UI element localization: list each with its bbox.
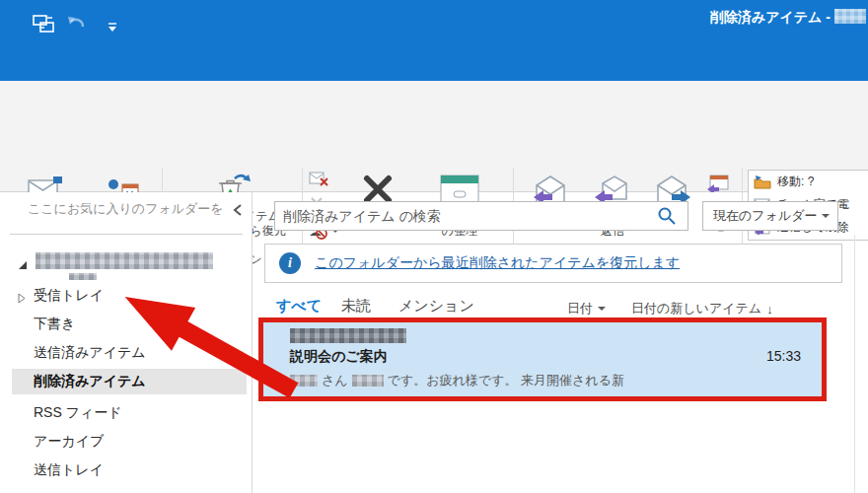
sort-field-label: 日付: [567, 300, 593, 317]
title-bar: 削除済みアイテム -: [0, 0, 868, 47]
search-scope-value: 現在のフォルダー: [713, 207, 818, 225]
email-preview[interactable]: さん です。お疲れ様です。 来月開催される新: [290, 372, 624, 389]
redacted-account-sub: [69, 273, 97, 280]
dropdown-caret-icon: [598, 307, 606, 311]
sidebar-item-inbox[interactable]: 受信トレイ: [34, 287, 104, 305]
collapsed-triangle-icon[interactable]: [18, 290, 26, 308]
ribbon: 新しい 電子メール 新しい アイテム 新規作成: [0, 81, 868, 192]
list-pane-divider: [854, 235, 855, 493]
redacted-account-row[interactable]: [36, 252, 213, 269]
email-preview-text-1: さん: [322, 372, 348, 389]
sidebar-item-archive[interactable]: アーカイブ: [34, 433, 104, 451]
move-folder-icon: [754, 175, 771, 189]
redacted-preview-name: [290, 375, 318, 387]
search-icon[interactable]: [657, 206, 677, 230]
meeting-reply-button[interactable]: [706, 174, 738, 192]
expanded-triangle-icon[interactable]: [18, 256, 28, 274]
redacted-account-name: [834, 9, 866, 24]
sort-order-toggle[interactable]: 日付の新しいアイテム ↓: [631, 300, 773, 317]
meeting-icon: [706, 174, 729, 192]
info-icon: i: [279, 252, 301, 274]
customize-quick-access-icon[interactable]: [107, 19, 118, 36]
ribbon-tab-row: ファイル ホーム タッチ 送受信 フォルダー 表示 実行したい作業を入力してくだ…: [0, 47, 868, 81]
email-subject[interactable]: 説明会のご案内: [290, 348, 388, 366]
sort-field-dropdown[interactable]: 日付: [567, 300, 606, 317]
redacted-preview-name-2: [352, 375, 384, 387]
sort-order-label: 日付の新しいアイテム: [631, 300, 761, 317]
sidebar-divider: [10, 234, 243, 235]
dropdown-caret-icon: [822, 214, 830, 218]
filter-tab-all[interactable]: すべて: [276, 297, 322, 316]
sort-descending-arrow-icon: ↓: [766, 302, 773, 317]
filter-tab-mentions[interactable]: メンション: [398, 297, 474, 316]
ignore-icon: [309, 171, 329, 187]
outlook-window: 削除済みアイテム - ファイル ホーム タッチ 送受信 フォルダー 表示 実行し…: [0, 0, 868, 493]
undo-icon[interactable]: [65, 14, 87, 35]
email-preview-text-2: です。お疲れ様です。 来月開催される新: [388, 372, 624, 389]
search-scope-dropdown[interactable]: 現在のフォルダー: [702, 201, 838, 231]
sidebar-item-outbox[interactable]: 送信トレイ: [34, 461, 104, 479]
sidebar-item-sent[interactable]: 送信済みアイテム: [34, 344, 146, 362]
sidebar-item-rss[interactable]: RSS フィード: [34, 404, 122, 422]
window-title: 削除済みアイテム -: [690, 9, 831, 27]
filter-tab-unread[interactable]: 未読: [341, 297, 371, 316]
info-bar: i このフォルダーから最近削除されたアイテムを復元します: [264, 244, 842, 283]
email-time: 15:33: [740, 348, 801, 364]
ignore-button[interactable]: [309, 170, 339, 188]
redacted-sender-name: [290, 328, 406, 343]
sidebar-item-deleted[interactable]: 削除済みアイテム: [34, 373, 146, 390]
quick-step-move-label: 移動: ?: [777, 174, 814, 190]
search-input[interactable]: [274, 201, 688, 231]
recover-items-link[interactable]: このフォルダーから最近削除されたアイテムを復元します: [315, 254, 680, 272]
sidebar-item-drafts[interactable]: 下書き: [34, 316, 75, 333]
favorites-hint: ここにお気に入りのフォルダーを: [28, 200, 225, 218]
quick-step-move[interactable]: 移動: ?: [749, 171, 868, 193]
send-receive-icon[interactable]: [32, 12, 55, 39]
collapse-pane-chevron-icon[interactable]: [233, 202, 243, 220]
